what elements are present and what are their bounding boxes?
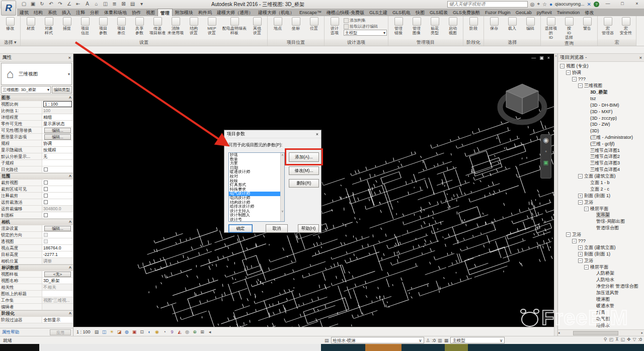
open-icon[interactable]: ▢ xyxy=(20,1,28,8)
property-section-header[interactable]: 标识数据^ xyxy=(0,265,73,271)
property-input[interactable]: 1 : 100 xyxy=(43,101,72,107)
view-minimize-icon[interactable]: — xyxy=(531,55,536,60)
tree-item-楼层平面[interactable]: −楼层平面 xyxy=(558,206,644,212)
taskbar-segment[interactable] xyxy=(365,344,401,351)
property-row[interactable]: 可见性/图形替换 编辑... xyxy=(0,127,73,134)
ribbon-group-label[interactable]: 查询 xyxy=(541,40,597,46)
taskbar-segment[interactable] xyxy=(321,344,365,351)
ribbon-button-传递项目标准[interactable]: 传递项目标准 xyxy=(148,17,167,35)
ribbon-group-label[interactable]: 项目位置 xyxy=(268,39,324,46)
tree-expander-icon[interactable]: − xyxy=(578,200,583,205)
close-hidden-windows-icon[interactable]: ⊠ xyxy=(120,1,127,8)
ribbon-button-对象样式[interactable]: 对象样式 xyxy=(40,17,58,35)
property-row[interactable]: 日光路径 xyxy=(0,166,73,173)
property-section-header[interactable]: 阶段化^ xyxy=(0,310,73,317)
tree-expander-icon[interactable]: − xyxy=(566,70,571,75)
ribbon-button-贴花类型[interactable]: 贴花类型 xyxy=(426,17,444,35)
tree-item-???[interactable]: −??? xyxy=(558,76,644,82)
tree-item-剖面 (剖面 1)[interactable]: +剖面 (剖面 1) xyxy=(558,251,644,257)
filter-icon[interactable]: ▽ xyxy=(633,337,636,342)
checkbox[interactable] xyxy=(44,213,48,217)
property-row[interactable]: 编辑者 xyxy=(0,304,73,310)
ribbon-button-管理图像[interactable]: 管理图像 xyxy=(408,17,426,35)
undo-icon[interactable]: ↶ xyxy=(47,1,55,8)
tree-item-立面 1 - b[interactable]: 立面 1 - b xyxy=(558,180,644,186)
ribbon-button-选择项的ID[interactable]: 选择项的ID xyxy=(542,17,560,40)
tree-item-三维视图[interactable]: −三维视图 xyxy=(558,82,644,89)
property-row[interactable]: 视图比例 1 : 100 xyxy=(0,101,73,108)
subscription-icon[interactable]: ⌖ xyxy=(537,1,540,7)
ribbon-tab-GLS免费族酷[interactable]: GLS免费族酷 xyxy=(450,9,482,16)
canvas-vertical-scrollbar[interactable]: ∧ xyxy=(554,54,557,336)
ribbon-button-项目参数[interactable]: 项目参数 xyxy=(94,17,112,35)
ribbon-tab-结构[interactable]: 结构 xyxy=(31,9,45,16)
edit-button[interactable]: 编辑... xyxy=(44,226,71,231)
tree-item-(3D)[interactable]: (3D) xyxy=(558,128,644,134)
ribbon-group-label[interactable]: 选择 xyxy=(484,39,540,46)
instance-selector[interactable]: 三维视图: 3D_桥架 ▾ xyxy=(1,86,51,94)
ribbon-tab-GeoLab[interactable]: GeoLab xyxy=(513,9,534,16)
ribbon-tab-管理[interactable]: 管理 xyxy=(157,9,173,16)
select-pinned-icon[interactable]: ⊼ xyxy=(615,337,619,342)
property-row[interactable]: 视图样板 <无> xyxy=(0,271,73,278)
zoom-icon[interactable]: ▫ xyxy=(545,148,546,155)
ribbon-button-添加到集[interactable]: 添加到集 xyxy=(344,18,387,23)
ribbon-tab-建模大师（通用）[interactable]: 建模大师（通用） xyxy=(214,9,256,16)
ribbon-tab-GLS土建[interactable]: GLS土建 xyxy=(367,9,390,16)
ribbon-button-阶段[interactable]: 阶段 xyxy=(464,17,482,31)
ribbon-tab-插入[interactable]: 插入 xyxy=(59,9,73,16)
drag-elements-icon[interactable]: ✥ xyxy=(627,337,631,342)
edit-button[interactable]: 编辑... xyxy=(44,134,71,140)
property-row[interactable]: 渲染设置 编辑... xyxy=(0,225,73,232)
design-options-icon[interactable]: ▥ xyxy=(438,338,442,343)
remove-button[interactable]: 删除(R) xyxy=(289,179,319,188)
modify-button[interactable]: 修改(M)... xyxy=(289,166,319,175)
tree-item-立面 (建筑立面)[interactable]: −立面 (建筑立面) xyxy=(558,173,644,180)
property-row[interactable]: 远剪裁偏移 304800.0 xyxy=(0,206,73,212)
crop-view-icon[interactable]: ▣ xyxy=(131,328,138,335)
visual-style-icon[interactable]: ◫ xyxy=(101,328,108,335)
scrollbar-thumb[interactable] xyxy=(573,331,618,335)
tree-item-立面 (建筑立面)[interactable]: +立面 (建筑立面) xyxy=(558,244,644,251)
tree-item-卫浴[interactable]: −卫浴 xyxy=(558,199,644,206)
exchange-apps-icon[interactable]: ✕ xyxy=(587,2,591,7)
tree-item-3D_桥架[interactable]: 3D_桥架 xyxy=(558,89,644,96)
select-by-face-icon[interactable]: ◱ xyxy=(621,337,625,342)
ribbon-button-修改[interactable]: 修改 xyxy=(1,17,19,31)
property-row[interactable]: 工作集 视图"三维视... xyxy=(0,297,73,304)
pan-icon[interactable]: ⊞ xyxy=(199,328,206,335)
tree-expander-icon[interactable]: − xyxy=(578,258,583,263)
ribbon-button-宏安全性[interactable]: 宏安全性 xyxy=(617,17,635,35)
tree-item-???[interactable]: −??? xyxy=(558,238,644,244)
zoom-extents-icon[interactable]: ▣ xyxy=(543,159,548,166)
list-scrollbar[interactable]: ∧∨ xyxy=(280,153,284,221)
dialog-close-icon[interactable]: × xyxy=(316,132,318,137)
steering-wheel-icon[interactable]: ◉ xyxy=(543,137,548,144)
ribbon-tab-Twinmotion[interactable]: Twinmotion xyxy=(554,9,583,16)
ribbon-group-label[interactable]: 阶段化 xyxy=(463,39,484,46)
switch-windows-icon[interactable]: ▤ xyxy=(129,1,136,8)
constraints-icon[interactable]: ◎ xyxy=(184,328,191,335)
crop-region-icon[interactable]: ⊡ xyxy=(139,328,145,335)
property-row[interactable]: 默认分析显示... 无 xyxy=(0,153,73,160)
reveal-hidden-icon[interactable]: ◉ xyxy=(154,328,160,335)
property-row[interactable]: 图形显示选项 编辑... xyxy=(0,134,73,140)
checkbox[interactable] xyxy=(44,187,48,191)
ribbon-button-保存[interactable]: 保存 xyxy=(485,17,503,31)
active-design-option-select[interactable]: 主模型∨ xyxy=(450,337,505,343)
render-icon[interactable]: ◍ xyxy=(124,328,130,335)
active-workset-select[interactable]: 给排水-喷淋∨ xyxy=(331,337,424,343)
tree-item-喷淋图[interactable]: 喷淋图 xyxy=(558,296,644,303)
ribbon-button-项目信息[interactable]: 项目信息 xyxy=(76,17,94,35)
select-underlay-icon[interactable]: ◰ xyxy=(609,337,613,342)
tree-expander-icon[interactable]: − xyxy=(572,239,577,243)
editing-requests-icon[interactable]: ♙ xyxy=(426,338,430,343)
ribbon-tab-建筑[interactable]: 建筑 xyxy=(17,9,31,16)
property-row[interactable]: 图纸上的标题 xyxy=(0,291,73,297)
ribbon-button-宏管理器[interactable]: 宏管理器 xyxy=(599,17,617,35)
ribbon-tab-Enscape™[interactable]: Enscape™ xyxy=(297,9,324,16)
tree-item-人防给水[interactable]: 人防给水 xyxy=(558,277,644,283)
property-section-header[interactable]: 相机^ xyxy=(0,219,73,225)
ribbon-button-捕捉[interactable]: 捕捉 xyxy=(58,17,76,31)
section-icon[interactable]: ◫ xyxy=(102,1,109,8)
